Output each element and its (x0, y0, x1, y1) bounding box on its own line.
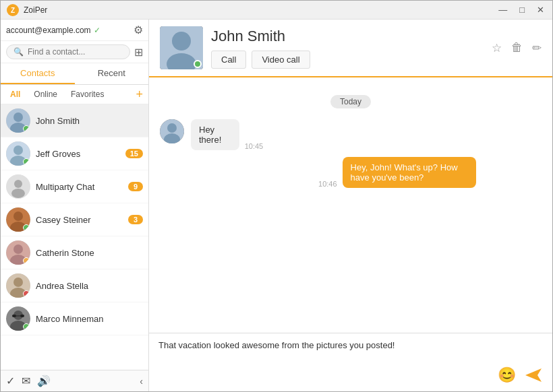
search-row: 🔍 ⊞ (1, 41, 148, 63)
list-item[interactable]: Multiparty Chat 9 (1, 170, 148, 203)
account-info: account@example.com ✓ (6, 26, 100, 35)
svg-point-6 (13, 145, 23, 155)
date-label: Today (330, 95, 371, 108)
video-call-button[interactable]: Video call (252, 51, 310, 69)
titlebar-left: Z ZoiPer (6, 3, 47, 17)
svg-text:Z: Z (11, 7, 15, 14)
send-button[interactable] (524, 366, 543, 385)
msg-row-inner: Hey there! 10:45 (191, 119, 272, 150)
chat-contact-avatar (160, 26, 203, 69)
sidebar-account-row: account@example.com ✓ ⚙ (1, 20, 148, 41)
svg-point-12 (13, 211, 23, 221)
add-contact-button[interactable]: + (136, 88, 143, 100)
msg-row-inner: 10:46 Hey, John! What's up? How have you… (318, 157, 542, 188)
message-row: 10:46 Hey, John! What's up? How have you… (160, 157, 542, 188)
status-dot (23, 323, 30, 330)
list-item[interactable]: Catherin Stone (1, 236, 148, 269)
messages-area: Today Hey there! 10:45 (149, 77, 552, 333)
maximize-button[interactable]: □ (517, 5, 527, 14)
call-button[interactable]: Call (211, 51, 246, 69)
status-dot (23, 224, 30, 231)
list-item[interactable]: John Smith (1, 104, 148, 137)
contact-name: Andrea Stella (36, 281, 143, 291)
unread-badge: 15 (125, 149, 143, 158)
svg-point-30 (167, 123, 177, 133)
message-bubble: Hey there! (191, 119, 239, 150)
sidebar: account@example.com ✓ ⚙ 🔍 ⊞ Contacts Rec… (1, 20, 149, 391)
chat-status-indicator (194, 60, 202, 68)
unread-badge: 9 (128, 182, 143, 191)
contact-name: John Smith (36, 116, 143, 126)
tab-recent[interactable]: Recent (75, 63, 149, 84)
filter-bar: All Online Favorites + (1, 85, 148, 104)
svg-point-27 (172, 32, 191, 51)
tab-contacts[interactable]: Contacts (1, 63, 75, 84)
message-row: Hey there! 10:45 (160, 119, 542, 150)
app-title: ZoiPer (24, 5, 47, 15)
svg-point-9 (14, 180, 22, 188)
input-area: That vacation looked awesome from the pi… (149, 333, 552, 391)
avatar (6, 207, 30, 232)
contact-name: Jeff Groves (36, 149, 120, 159)
star-icon[interactable]: ☆ (492, 41, 502, 55)
filter-online[interactable]: Online (30, 88, 61, 100)
emoji-button[interactable]: 😊 (498, 366, 516, 384)
status-dot (23, 158, 30, 165)
volume-icon[interactable]: 🔊 (37, 374, 51, 387)
settings-icon[interactable]: ⚙ (134, 24, 143, 36)
search-input[interactable] (28, 47, 123, 57)
avatar (6, 174, 30, 199)
list-item[interactable]: Andrea Stella (1, 269, 148, 302)
avatar (6, 306, 30, 331)
status-dot (23, 290, 30, 297)
avatar (6, 273, 30, 298)
message-input[interactable]: That vacation looked awesome from the pi… (158, 340, 543, 360)
status-dot (23, 257, 30, 264)
svg-rect-23 (12, 315, 16, 317)
status-indicator-icon[interactable]: ✓ (6, 374, 15, 387)
input-toolbar: 😊 (158, 366, 543, 385)
svg-point-10 (11, 189, 25, 198)
chat-header-info: John Smith Call Video call (211, 28, 484, 69)
svg-rect-24 (20, 315, 24, 317)
contact-name: Multiparty Chat (36, 182, 123, 192)
date-divider: Today (160, 95, 542, 108)
filter-all[interactable]: All (6, 88, 24, 100)
collapse-sidebar-button[interactable]: ‹ (140, 376, 143, 387)
chat-header-actions: Call Video call (211, 51, 484, 69)
account-email: account@example.com (6, 26, 91, 35)
chat-header-tools: ☆ 🗑 ✏ (492, 41, 542, 55)
titlebar: Z ZoiPer — □ ✕ (1, 1, 552, 20)
list-item[interactable]: Jeff Groves 15 (1, 137, 148, 170)
titlebar-controls: — □ ✕ (496, 5, 547, 14)
edit-icon[interactable]: ✏ (532, 41, 542, 55)
list-item[interactable]: Casey Steiner 3 (1, 203, 148, 236)
list-item[interactable]: Marco Minneman (1, 302, 148, 335)
main-container: account@example.com ✓ ⚙ 🔍 ⊞ Contacts Rec… (1, 20, 552, 391)
avatar (6, 108, 30, 133)
chat-header: John Smith Call Video call ☆ 🗑 ✏ (149, 20, 552, 77)
svg-point-3 (13, 112, 23, 122)
avatar-placeholder (6, 174, 30, 199)
svg-point-15 (13, 244, 23, 254)
message-time-prefix: 10:46 (318, 180, 337, 188)
avatar (6, 240, 30, 265)
close-button[interactable]: ✕ (534, 5, 547, 14)
svg-point-18 (13, 277, 23, 287)
sidebar-tabs: Contacts Recent (1, 63, 148, 85)
delete-icon[interactable]: 🗑 (511, 41, 523, 55)
message-bubble: Hey, John! What's up? How have you've be… (343, 157, 477, 188)
app-logo: Z (6, 3, 20, 17)
unread-badge: 3 (128, 215, 143, 224)
contact-list: John Smith Jeff Groves 15 (1, 104, 148, 370)
contact-name: Casey Steiner (36, 215, 123, 225)
sidebar-bottom: ✓ ✉ 🔊 ‹ (1, 370, 148, 391)
minimize-button[interactable]: — (496, 5, 510, 14)
grid-icon[interactable]: ⊞ (134, 46, 143, 59)
contact-name: Catherin Stone (36, 248, 143, 258)
avatar (6, 141, 30, 166)
chat-contact-name: John Smith (211, 28, 484, 45)
chat-area: John Smith Call Video call ☆ 🗑 ✏ Today (149, 20, 552, 391)
filter-favorites[interactable]: Favorites (67, 88, 108, 100)
email-icon[interactable]: ✉ (22, 374, 30, 387)
